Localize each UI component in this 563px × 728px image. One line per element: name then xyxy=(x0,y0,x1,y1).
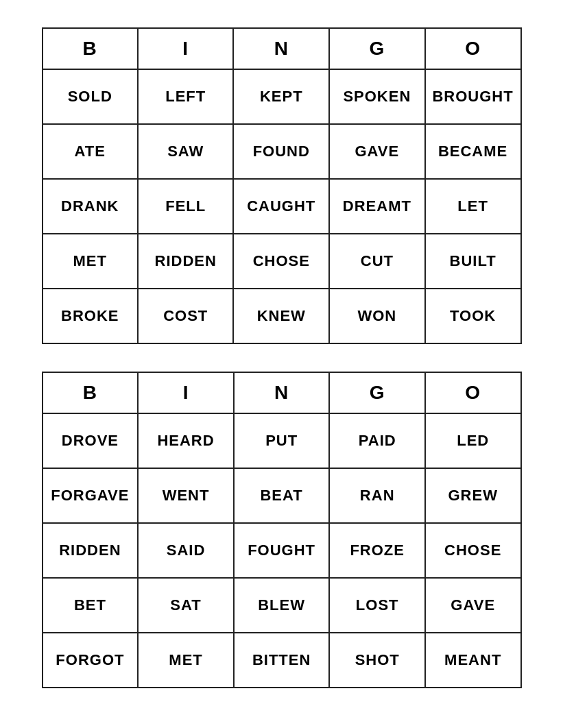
table-row: FORGOTMETBITTENSHOTMEANT xyxy=(43,633,521,688)
bingo-header-cell: I xyxy=(138,372,234,413)
bingo-cell: BUILT xyxy=(425,234,521,289)
bingo-header-cell: N xyxy=(233,28,329,69)
bingo-header-cell: G xyxy=(329,372,424,413)
bingo-cell: BECAME xyxy=(425,124,521,179)
bingo-cell: BITTEN xyxy=(234,633,330,688)
bingo-cell: HEARD xyxy=(138,413,234,468)
table-row: SOLDLEFTKEPTSPOKENBROUGHT xyxy=(43,69,521,124)
bingo-header-cell: B xyxy=(43,28,138,69)
bingo-cell: BROUGHT xyxy=(425,69,521,124)
bingo-cell: KNEW xyxy=(233,289,329,343)
table-row: BROKECOSTKNEWWONTOOK xyxy=(43,289,521,343)
bingo-cell: DROVE xyxy=(43,413,139,468)
bingo-cell: LED xyxy=(425,413,521,468)
bingo-cell: FELL xyxy=(138,179,234,234)
table-row: RIDDENSAIDFOUGHTFROZECHOSE xyxy=(43,523,521,578)
bingo-cell: BEAT xyxy=(234,468,330,523)
bingo-cell: MET xyxy=(138,633,234,688)
bingo-cell: BET xyxy=(43,578,139,633)
bingo-card-2: BINGO DROVEHEARDPUTPAIDLEDFORGAVEWENTBEA… xyxy=(42,372,522,716)
bingo-cell: LOST xyxy=(329,578,424,633)
bingo-cell: DREAMT xyxy=(329,179,425,234)
bingo-table-2: BINGO DROVEHEARDPUTPAIDLEDFORGAVEWENTBEA… xyxy=(42,372,522,688)
bingo-header-cell: G xyxy=(329,28,425,69)
bingo-cell: CHOSE xyxy=(233,234,329,289)
bingo-cell: FORGAVE xyxy=(43,468,139,523)
bingo-cell: WENT xyxy=(138,468,234,523)
bingo-cell: SPOKEN xyxy=(329,69,425,124)
bingo-header-cell: B xyxy=(43,372,139,413)
bingo-cell: RAN xyxy=(329,468,424,523)
bingo-cell: FROZE xyxy=(329,523,424,578)
table-row: ATESAWFOUNDGAVEBECAME xyxy=(43,124,521,179)
table-row: FORGAVEWENTBEATRANGREW xyxy=(43,468,521,523)
bingo-cell: BROKE xyxy=(43,289,138,343)
bingo-cell: ATE xyxy=(43,124,138,179)
bingo-header-cell: N xyxy=(234,372,330,413)
table-row: DRANKFELLCAUGHTDREAMTLET xyxy=(43,179,521,234)
table-row: DROVEHEARDPUTPAIDLED xyxy=(43,413,521,468)
bingo-cell: GAVE xyxy=(425,578,521,633)
bingo-header-cell: O xyxy=(425,28,521,69)
bingo-cell: LET xyxy=(425,179,521,234)
bingo-cell: SAID xyxy=(138,523,234,578)
bingo-cell: MET xyxy=(43,234,138,289)
table-row: BETSATBLEWLOSTGAVE xyxy=(43,578,521,633)
bingo-cell: MEANT xyxy=(425,633,521,688)
bingo-cell: TOOK xyxy=(425,289,521,343)
bingo-cell: GAVE xyxy=(329,124,425,179)
bingo-cell: PUT xyxy=(234,413,330,468)
bingo-cell: DRANK xyxy=(43,179,138,234)
bingo-cell: SOLD xyxy=(43,69,138,124)
bingo-cell: FOUGHT xyxy=(234,523,330,578)
bingo-cell: GREW xyxy=(425,468,521,523)
bingo-table-1: BINGO SOLDLEFTKEPTSPOKENBROUGHTATESAWFOU… xyxy=(42,27,522,344)
bingo-cell: SAW xyxy=(138,124,234,179)
bingo-cell: SHOT xyxy=(329,633,424,688)
bingo-cell: CHOSE xyxy=(425,523,521,578)
table-row: METRIDDENCHOSECUTBUILT xyxy=(43,234,521,289)
bingo-cell: LEFT xyxy=(138,69,234,124)
bingo-cell: COST xyxy=(138,289,234,343)
bingo-cell: FOUND xyxy=(233,124,329,179)
bingo-cell: CAUGHT xyxy=(233,179,329,234)
bingo-header-cell: O xyxy=(425,372,521,413)
bingo-cell: FORGOT xyxy=(43,633,139,688)
bingo-cell: SAT xyxy=(138,578,234,633)
bingo-cell: RIDDEN xyxy=(138,234,234,289)
bingo-cell: WON xyxy=(329,289,425,343)
bingo-card-1: BINGO SOLDLEFTKEPTSPOKENBROUGHTATESAWFOU… xyxy=(42,27,522,372)
bingo-cell: RIDDEN xyxy=(43,523,139,578)
bingo-header-cell: I xyxy=(138,28,234,69)
bingo-cell: BLEW xyxy=(234,578,330,633)
bingo-cell: CUT xyxy=(329,234,425,289)
bingo-cell: KEPT xyxy=(233,69,329,124)
bingo-cell: PAID xyxy=(329,413,424,468)
